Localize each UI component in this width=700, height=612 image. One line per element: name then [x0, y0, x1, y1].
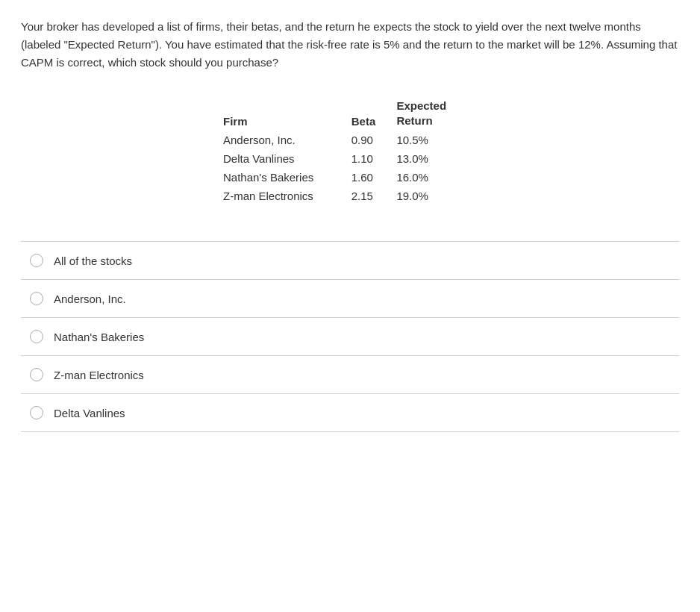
table-cell-firm: Anderson, Inc.: [223, 131, 351, 149]
col-header-firm: Firm: [223, 96, 351, 131]
table-row: Z-man Electronics2.1519.0%: [223, 187, 477, 205]
table-cell-firm: Delta Vanlines: [223, 149, 351, 168]
table-cell-beta: 1.10: [351, 149, 397, 168]
table-wrapper: Firm Beta Expected Return Anderson, Inc.…: [21, 96, 679, 205]
table-row: Delta Vanlines1.1013.0%: [223, 149, 477, 168]
table-row: Nathan's Bakeries1.6016.0%: [223, 168, 477, 187]
table-cell-firm: Nathan's Bakeries: [223, 168, 351, 187]
table-cell-firm: Z-man Electronics: [223, 187, 351, 205]
radio-button-opt3[interactable]: [30, 330, 43, 343]
table-cell-expected-return: 10.5%: [396, 131, 477, 149]
table-cell-expected-return: 13.0%: [396, 149, 477, 168]
page-container: Your broker has developed a list of firm…: [0, 0, 700, 450]
option-label-opt5: Delta Vanlines: [54, 407, 125, 419]
option-label-opt3: Nathan's Bakeries: [54, 331, 144, 343]
table-cell-beta: 2.15: [351, 187, 397, 205]
option-item-opt1[interactable]: All of the stocks: [21, 241, 679, 280]
answer-options-list: All of the stocksAnderson, Inc.Nathan's …: [21, 241, 679, 432]
col-header-expected-return: Expected Return: [396, 96, 477, 131]
table-cell-expected-return: 19.0%: [396, 187, 477, 205]
radio-button-opt2[interactable]: [30, 292, 43, 305]
table-cell-beta: 0.90: [351, 131, 397, 149]
radio-button-opt1[interactable]: [30, 254, 43, 267]
table-cell-beta: 1.60: [351, 168, 397, 187]
option-label-opt1: All of the stocks: [54, 255, 132, 267]
option-label-opt2: Anderson, Inc.: [54, 293, 126, 305]
col-header-beta: Beta: [351, 96, 397, 131]
table-row: Anderson, Inc.0.9010.5%: [223, 131, 477, 149]
radio-button-opt4[interactable]: [30, 368, 43, 381]
option-label-opt4: Z-man Electronics: [54, 369, 144, 381]
option-item-opt3[interactable]: Nathan's Bakeries: [21, 318, 679, 356]
firms-table: Firm Beta Expected Return Anderson, Inc.…: [223, 96, 477, 205]
question-text: Your broker has developed a list of firm…: [21, 18, 679, 72]
table-cell-expected-return: 16.0%: [396, 168, 477, 187]
option-item-opt2[interactable]: Anderson, Inc.: [21, 280, 679, 318]
option-item-opt4[interactable]: Z-man Electronics: [21, 356, 679, 394]
radio-button-opt5[interactable]: [30, 406, 43, 419]
option-item-opt5[interactable]: Delta Vanlines: [21, 394, 679, 432]
